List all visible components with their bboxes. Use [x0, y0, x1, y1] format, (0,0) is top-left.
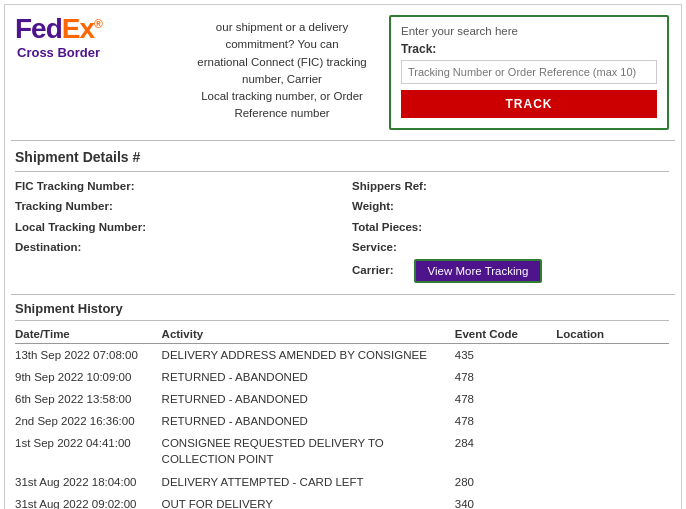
desc-line1: our shipment or a delivery commitment? Y… — [216, 21, 348, 50]
main-container: FedEx® Cross Border our shipment or a de… — [4, 4, 682, 509]
details-left-col: FIC Tracking Number: Tracking Number: Lo… — [15, 178, 332, 286]
history-row: 13th Sep 2022 07:08:00 DELIVERY ADDRESS … — [15, 344, 669, 367]
shippers-ref-row: Shippers Ref: — [352, 178, 669, 195]
history-cell-eventcode: 478 — [455, 366, 556, 388]
search-panel: Enter your search here Track: TRACK — [389, 15, 669, 130]
history-cell-location — [556, 344, 669, 367]
history-cell-location — [556, 493, 669, 509]
weight-label: Weight: — [352, 198, 394, 215]
cross-border-label: Cross Border — [17, 45, 100, 60]
weight-row: Weight: — [352, 198, 669, 215]
header-section: FedEx® Cross Border our shipment or a de… — [5, 5, 681, 140]
fedex-logo: FedEx® Cross Border — [15, 15, 175, 60]
history-cell-activity: OUT FOR DELIVERY — [162, 493, 455, 509]
history-cell-eventcode: 435 — [455, 344, 556, 367]
history-cell-location — [556, 432, 669, 470]
history-row: 9th Sep 2022 10:09:00 RETURNED - ABANDON… — [15, 366, 669, 388]
details-right-col: Shippers Ref: Weight: Total Pieces: Serv… — [352, 178, 669, 286]
history-row: 1st Sep 2022 04:41:00 CONSIGNEE REQUESTE… — [15, 432, 669, 470]
desc-line2: ernational Connect (FIC) tracking number… — [197, 56, 366, 85]
history-cell-datetime: 13th Sep 2022 07:08:00 — [15, 344, 162, 367]
service-label: Service: — [352, 239, 397, 256]
shippers-ref-label: Shippers Ref: — [352, 178, 427, 195]
history-cell-datetime: 1st Sep 2022 04:41:00 — [15, 432, 162, 470]
history-cell-location — [556, 471, 669, 493]
history-cell-eventcode: 478 — [455, 410, 556, 432]
total-pieces-label: Total Pieces: — [352, 219, 422, 236]
history-cell-datetime: 6th Sep 2022 13:58:00 — [15, 388, 162, 410]
col-header-activity: Activity — [162, 325, 455, 344]
tracking-input[interactable] — [401, 60, 657, 84]
history-cell-eventcode: 478 — [455, 388, 556, 410]
tracking-number-label: Tracking Number: — [15, 198, 113, 215]
history-row: 6th Sep 2022 13:58:00 RETURNED - ABANDON… — [15, 388, 669, 410]
history-cell-activity: RETURNED - ABANDONED — [162, 410, 455, 432]
history-cell-location — [556, 410, 669, 432]
total-pieces-row: Total Pieces: — [352, 219, 669, 236]
track-button[interactable]: TRACK — [401, 90, 657, 118]
destination-row: Destination: — [15, 239, 332, 256]
history-table-header: Date/Time Activity Event Code Location — [15, 325, 669, 344]
history-cell-datetime: 31st Aug 2022 18:04:00 — [15, 471, 162, 493]
history-cell-activity: DELIVERY ATTEMPTED - CARD LEFT — [162, 471, 455, 493]
history-cell-datetime: 9th Sep 2022 10:09:00 — [15, 366, 162, 388]
history-table-body: 13th Sep 2022 07:08:00 DELIVERY ADDRESS … — [15, 344, 669, 510]
history-cell-activity: CONSIGNEE REQUESTED DELIVERY TO COLLECTI… — [162, 432, 455, 470]
history-cell-eventcode: 340 — [455, 493, 556, 509]
col-header-location: Location — [556, 325, 669, 344]
view-more-tracking-button[interactable]: View More Tracking — [414, 259, 543, 283]
history-cell-activity: RETURNED - ABANDONED — [162, 388, 455, 410]
history-cell-eventcode: 280 — [455, 471, 556, 493]
fedex-wordmark: FedEx® — [15, 15, 102, 43]
history-cell-location — [556, 366, 669, 388]
destination-label: Destination: — [15, 239, 81, 256]
divider-2 — [15, 171, 669, 172]
track-label: Track: — [401, 42, 657, 56]
fic-tracking-row: FIC Tracking Number: — [15, 178, 332, 195]
history-cell-location — [556, 388, 669, 410]
col-header-datetime: Date/Time — [15, 325, 162, 344]
shipment-details-title: Shipment Details # — [15, 149, 669, 165]
col-header-eventcode: Event Code — [455, 325, 556, 344]
registered-mark: ® — [94, 17, 102, 31]
history-cell-eventcode: 284 — [455, 432, 556, 470]
ex-part: Ex — [62, 13, 94, 44]
divider-4 — [15, 320, 669, 321]
local-tracking-row: Local Tracking Number: — [15, 219, 332, 236]
service-row: Service: — [352, 239, 669, 256]
history-row: 31st Aug 2022 18:04:00 DELIVERY ATTEMPTE… — [15, 471, 669, 493]
shipment-details-section: Shipment Details # FIC Tracking Number: … — [5, 141, 681, 294]
shipment-history-section: Shipment History Date/Time Activity Even… — [5, 295, 681, 509]
fed-part: Fed — [15, 13, 62, 44]
details-grid: FIC Tracking Number: Tracking Number: Lo… — [15, 178, 669, 286]
enter-search-label: Enter your search here — [401, 25, 657, 37]
logo-area: FedEx® Cross Border — [15, 15, 175, 60]
fic-tracking-label: FIC Tracking Number: — [15, 178, 135, 195]
tracking-number-row: Tracking Number: — [15, 198, 332, 215]
header-description: our shipment or a delivery commitment? Y… — [185, 15, 379, 123]
desc-line3: Local tracking number, or Order Referenc… — [201, 90, 363, 119]
history-cell-datetime: 2nd Sep 2022 16:36:00 — [15, 410, 162, 432]
local-tracking-label: Local Tracking Number: — [15, 219, 146, 236]
history-table: Date/Time Activity Event Code Location 1… — [15, 325, 669, 509]
shipment-history-title: Shipment History — [15, 301, 669, 316]
history-cell-activity: DELIVERY ADDRESS AMENDED BY CONSIGNEE — [162, 344, 455, 367]
history-row: 2nd Sep 2022 16:36:00 RETURNED - ABANDON… — [15, 410, 669, 432]
history-header-row: Date/Time Activity Event Code Location — [15, 325, 669, 344]
history-cell-datetime: 31st Aug 2022 09:02:00 — [15, 493, 162, 509]
history-row: 31st Aug 2022 09:02:00 OUT FOR DELIVERY … — [15, 493, 669, 509]
carrier-row: Carrier: View More Tracking — [352, 259, 669, 283]
carrier-label: Carrier: — [352, 262, 394, 279]
history-cell-activity: RETURNED - ABANDONED — [162, 366, 455, 388]
